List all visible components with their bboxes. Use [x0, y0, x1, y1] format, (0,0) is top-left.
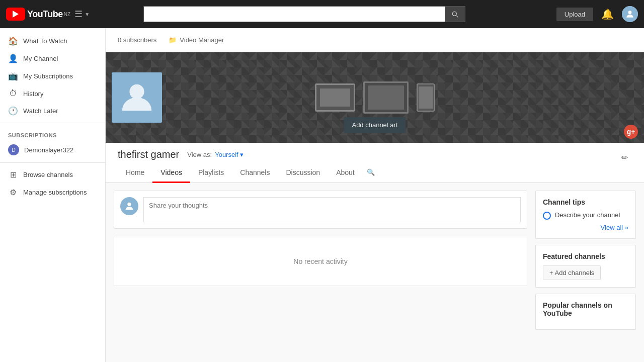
thoughts-avatar — [120, 197, 138, 215]
sidebar-label-browse-channels: Browse channels — [23, 171, 73, 178]
tab-search-icon[interactable]: 🔍 — [363, 163, 379, 182]
main-content: 0 subscribers 📁 Video Manager — [106, 28, 644, 362]
search-input[interactable] — [143, 6, 445, 22]
tab-home[interactable]: Home — [118, 163, 152, 183]
youtube-logo-text: YouTube — [27, 9, 63, 20]
tab-playlists[interactable]: Playlists — [190, 163, 232, 183]
view-as-label: View as: — [187, 151, 212, 158]
search-area — [143, 6, 465, 22]
featured-channels-panel: Featured channels + Add channels — [535, 245, 636, 288]
channel-tips-panel: Channel tips Describe your channel View … — [535, 191, 636, 239]
channel-avatar[interactable] — [112, 72, 162, 123]
upload-button[interactable]: Upload — [556, 8, 593, 21]
svg-point-2 — [127, 203, 131, 206]
sidebar-item-what-to-watch[interactable]: 🏠 What To Watch — [0, 32, 105, 50]
sidebar-item-browse-channels[interactable]: ⊞ Browse channels — [0, 166, 105, 184]
sidebar-label-my-subscriptions: My Subscriptions — [23, 72, 73, 80]
nav-right: Upload 🔔 — [556, 6, 638, 22]
main-layout: 🏠 What To Watch 👤 My Channel 📺 My Subscr… — [0, 28, 644, 362]
google-plus-icon[interactable]: g+ — [624, 125, 638, 139]
device-previews — [315, 81, 435, 114]
thoughts-avatar-icon — [124, 201, 135, 212]
subscribers-count: 0 subscribers — [118, 36, 156, 44]
browse-icon: ⊞ — [8, 170, 18, 179]
channel-name: thefirst gamer — [118, 149, 179, 160]
add-channel-art-button[interactable]: Add channel art — [344, 117, 406, 133]
add-channels-button[interactable]: + Add channels — [543, 265, 601, 280]
mobile-preview — [417, 83, 435, 112]
search-icon — [451, 10, 459, 18]
tip-dot-icon — [543, 212, 551, 220]
sidebar-item-watch-later[interactable]: 🕐 Watch Later — [0, 102, 105, 120]
sidebar-item-demonslayer322[interactable]: D Demonslayer322 — [0, 140, 105, 159]
tip-item-describe: Describe your channel — [543, 211, 628, 220]
youtube-logo[interactable]: YouTube NZ — [6, 8, 70, 21]
svg-point-0 — [628, 11, 632, 14]
user-icon — [625, 9, 635, 19]
monitor-preview — [315, 83, 355, 112]
thoughts-input[interactable] — [143, 197, 521, 222]
mobile-screen — [419, 86, 433, 109]
popular-channels-panel: Popular channels on YouTube — [535, 294, 636, 330]
home-icon: 🏠 — [8, 36, 18, 46]
channel-art-area: Add channel art g+ — [106, 52, 644, 143]
tip-text-describe: Describe your channel — [555, 211, 620, 219]
logo-area: YouTube NZ ☰ ▼ — [6, 8, 90, 21]
channel-content-layout: No recent activity Channel tips Describe… — [106, 183, 644, 344]
sidebar-item-my-subscriptions[interactable]: 📺 My Subscriptions — [0, 67, 105, 85]
avatar-person-icon — [119, 80, 154, 115]
sidebar-label-watch-later: Watch Later — [23, 107, 58, 115]
video-manager-button[interactable]: 📁 Video Manager — [169, 36, 224, 44]
subscriptions-icon: 📺 — [8, 71, 18, 81]
channel-info-bar: thefirst gamer View as: Yourself ▾ Home … — [106, 143, 644, 183]
sidebar-item-my-channel[interactable]: 👤 My Channel — [0, 50, 105, 67]
tab-channels[interactable]: Channels — [232, 163, 278, 183]
view-all-link[interactable]: View all — [543, 224, 628, 231]
tab-discussion[interactable]: Discussion — [278, 163, 328, 183]
sidebar-label-history: History — [23, 90, 43, 98]
hamburger-menu[interactable]: ☰ ▼ — [74, 9, 90, 20]
channel-tips-title: Channel tips — [543, 198, 628, 206]
watch-later-icon: 🕐 — [8, 106, 18, 116]
youtube-logo-icon — [6, 8, 25, 21]
view-as-area: View as: Yourself ▾ — [187, 151, 244, 158]
sidebar-label-what-to-watch: What To Watch — [23, 37, 67, 45]
share-thoughts-area — [114, 191, 527, 229]
search-button[interactable] — [445, 6, 465, 22]
sidebar-divider — [0, 123, 105, 123]
view-as-selector[interactable]: Yourself ▾ — [215, 151, 244, 158]
no-activity-text: No recent activity — [293, 257, 347, 265]
sidebar-item-history[interactable]: ⏱ History — [0, 85, 105, 102]
tv-screen — [368, 85, 404, 110]
avatar-circle — [622, 6, 638, 22]
sidebar-item-manage-subscriptions[interactable]: ⚙ Manage subscriptions — [0, 184, 105, 201]
sidebar-label-manage-subscriptions: Manage subscriptions — [23, 189, 87, 196]
history-icon: ⏱ — [8, 89, 18, 98]
subscriptions-section-title: SUBSCRIPTIONS — [0, 126, 105, 140]
edit-pencil-icon[interactable]: ✏ — [617, 149, 632, 166]
channel-tabs: Home Videos Playlists Channels Discussio… — [118, 163, 379, 182]
video-manager-icon: 📁 — [169, 36, 177, 44]
tv-preview — [363, 81, 409, 114]
channel-topbar: 0 subscribers 📁 Video Manager — [106, 28, 644, 52]
no-activity-panel: No recent activity — [114, 237, 527, 286]
manage-icon: ⚙ — [8, 188, 18, 197]
channel-main-content: No recent activity — [114, 191, 527, 336]
channel-icon: 👤 — [8, 54, 18, 63]
svg-point-1 — [129, 84, 144, 99]
sidebar-divider-2 — [0, 162, 105, 163]
video-manager-label: Video Manager — [180, 36, 224, 44]
channel-right-sidebar: Channel tips Describe your channel View … — [535, 191, 636, 336]
sidebar-label-my-channel: My Channel — [23, 55, 58, 62]
popular-channels-title: Popular channels on YouTube — [543, 301, 628, 317]
monitor-screen — [320, 88, 350, 107]
user-avatar[interactable] — [622, 6, 638, 22]
top-navigation: YouTube NZ ☰ ▼ Upload 🔔 — [0, 0, 644, 28]
tab-about[interactable]: About — [328, 163, 363, 183]
channel-name-area: thefirst gamer View as: Yourself ▾ Home … — [118, 149, 379, 182]
sub-avatar-demonslayer322: D — [8, 144, 19, 155]
bell-icon[interactable]: 🔔 — [601, 8, 614, 20]
sidebar-label-demonslayer322: Demonslayer322 — [24, 146, 73, 154]
sidebar: 🏠 What To Watch 👤 My Channel 📺 My Subscr… — [0, 28, 106, 362]
tab-videos[interactable]: Videos — [152, 163, 190, 183]
